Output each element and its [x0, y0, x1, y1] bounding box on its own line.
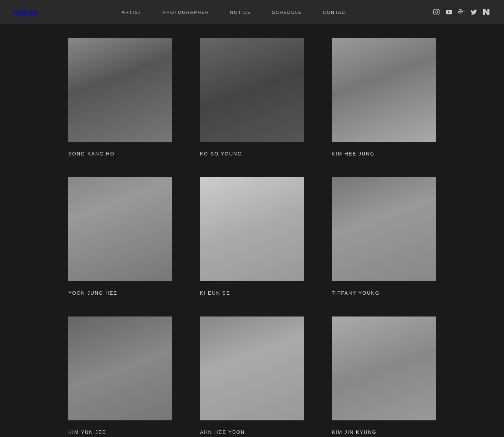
- nav-contact[interactable]: CONTACT: [323, 10, 349, 15]
- artist-name-ahn-hee-yeon: AHN HEE YEON: [200, 429, 304, 435]
- artist-card-ahn-hee-yeon[interactable]: AHN HEE YEON: [200, 316, 304, 435]
- social-icons: [433, 8, 490, 16]
- artist-card-ki-eun-se[interactable]: KI EUN SE: [200, 177, 304, 296]
- artist-name-kim-hee-jung: KIM HEE JUNG: [332, 151, 436, 157]
- main-nav: SUBLIME ARTIST PHOTOGRAPHER NOTICE SCHED…: [0, 0, 504, 24]
- artist-name-tiffany-young: TIFFANY YOUNG: [332, 290, 436, 296]
- artist-card-tiffany-young[interactable]: TIFFANY YOUNG: [332, 177, 436, 296]
- artist-card-yoon-jung-hee[interactable]: YOON JUNG HEE: [68, 177, 172, 296]
- artist-grid: SONG KANG HOKO SO YOUNGKIM HEE JUNGYOON …: [47, 31, 457, 437]
- youtube-icon[interactable]: [445, 8, 453, 16]
- artist-card-song-kang-ho[interactable]: SONG KANG HO: [68, 38, 172, 157]
- artist-card-ko-so-young[interactable]: KO SO YOUNG: [200, 38, 304, 157]
- artist-name-yoon-jung-hee: YOON JUNG HEE: [68, 290, 172, 296]
- main-content: SONG KANG HOKO SO YOUNGKIM HEE JUNGYOON …: [47, 0, 457, 437]
- site-logo[interactable]: SUBLIME: [14, 9, 38, 15]
- artist-image-kim-yun-jee: [68, 316, 172, 420]
- artist-image-ko-so-young: [200, 38, 304, 142]
- artist-name-song-kang-ho: SONG KANG HO: [68, 151, 172, 157]
- artist-card-kim-hee-jung[interactable]: KIM HEE JUNG: [332, 38, 436, 157]
- artist-name-kim-jin-kyung: KIM JIN KYUNG: [332, 429, 436, 435]
- artist-name-ko-so-young: KO SO YOUNG: [200, 151, 304, 157]
- nav-photographer[interactable]: PHOTOGRAPHER: [163, 10, 209, 15]
- artist-card-kim-jin-kyung[interactable]: KIM JIN KYUNG: [332, 316, 436, 435]
- nav-links: ARTIST PHOTOGRAPHER NOTICE SCHEDULE CONT…: [122, 9, 349, 15]
- artist-image-kim-hee-jung: [332, 38, 436, 142]
- artist-name-ki-eun-se: KI EUN SE: [200, 290, 304, 296]
- artist-image-tiffany-young: [332, 177, 436, 281]
- weibo-icon[interactable]: [458, 8, 465, 16]
- artist-image-song-kang-ho: [68, 38, 172, 142]
- nav-notice[interactable]: NOTICE: [230, 10, 251, 15]
- artist-image-ki-eun-se: [200, 177, 304, 281]
- instagram-icon[interactable]: [433, 8, 440, 16]
- naver-icon[interactable]: [483, 8, 490, 16]
- nav-artist[interactable]: ARTIST: [122, 10, 142, 15]
- artist-image-kim-jin-kyung: [332, 316, 436, 420]
- artist-image-yoon-jung-hee: [68, 177, 172, 281]
- twitter-icon[interactable]: [470, 8, 478, 16]
- artist-card-kim-yun-jee[interactable]: KIM YUN JEE: [68, 316, 172, 435]
- artist-name-kim-yun-jee: KIM YUN JEE: [68, 429, 172, 435]
- nav-schedule[interactable]: SCHEDULE: [272, 10, 302, 15]
- artist-image-ahn-hee-yeon: [200, 316, 304, 420]
